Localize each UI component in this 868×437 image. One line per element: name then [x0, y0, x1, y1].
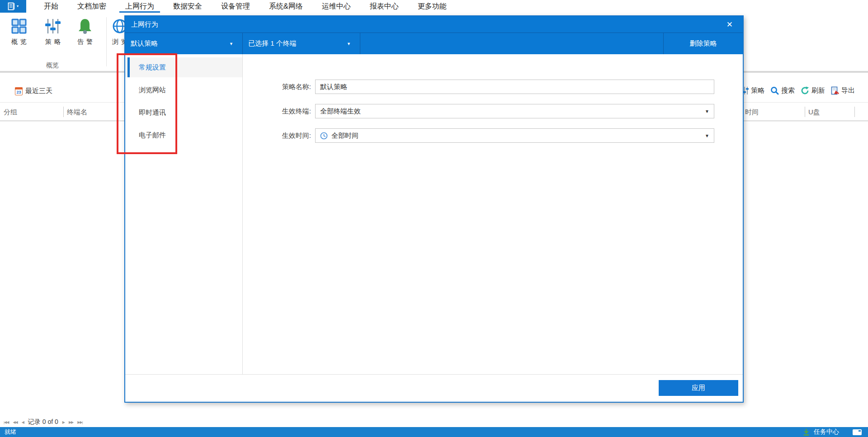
- menu: 开始 文档加密 上网行为 数据安全 设备管理 系统&网络 运维中心 报表中心 更…: [34, 0, 456, 13]
- policy-select-dropdown[interactable]: 默认策略 ▼: [125, 33, 243, 54]
- monitor-icon[interactable]: [853, 429, 862, 435]
- menu-item-device-management[interactable]: 设备管理: [212, 0, 259, 13]
- search-icon: [770, 86, 779, 95]
- download-icon: [802, 428, 810, 436]
- calendar-icon: 23: [15, 87, 23, 95]
- chevron-down-icon: ▼: [229, 42, 233, 46]
- effective-time-label: 生效时间:: [243, 132, 311, 140]
- chevron-down-icon: ▼: [705, 133, 709, 138]
- policy-name-row: 策略名称:: [243, 80, 743, 94]
- column-header-usb[interactable]: U盘: [808, 103, 820, 121]
- apply-button[interactable]: 应用: [659, 380, 738, 396]
- pager-first-button[interactable]: |◀◀: [4, 420, 9, 424]
- column-divider[interactable]: [63, 107, 64, 117]
- ribbon-item-alert[interactable]: 告警: [71, 17, 99, 46]
- grid-icon: [10, 17, 28, 35]
- menubar: ▾ 开始 文档加密 上网行为 数据安全 设备管理 系统&网络 运维中心 报表中心…: [0, 0, 868, 13]
- effective-time-row: 生效时间: 全部时间 ▼: [243, 128, 743, 143]
- effective-time-select[interactable]: 全部时间 ▼: [315, 128, 714, 143]
- policy-name-label: 策略名称:: [243, 83, 311, 91]
- dialog-title: 上网行为: [131, 20, 158, 29]
- search-button[interactable]: 搜索: [770, 86, 795, 95]
- policy-name-input[interactable]: [315, 80, 714, 94]
- menu-item-more-functions[interactable]: 更多功能: [408, 0, 456, 13]
- dialog-footer: 应用: [125, 374, 743, 402]
- screen: ▾ 开始 文档加密 上网行为 数据安全 设备管理 系统&网络 运维中心 报表中心…: [0, 0, 868, 437]
- dialog-sidebar: 常规设置 浏览网站 即时通讯 电子邮件: [125, 54, 243, 374]
- refresh-icon: [801, 86, 809, 95]
- chevron-down-icon: ▼: [347, 42, 351, 46]
- pager-next-button[interactable]: ▶: [62, 420, 65, 424]
- pager-record-count: 记录 0 of 0: [28, 418, 58, 426]
- status-right: 任务中心: [802, 428, 862, 436]
- menu-item-data-security[interactable]: 数据安全: [164, 0, 212, 13]
- ribbon-item-label: 策略: [42, 38, 63, 46]
- effective-terminal-value: 全部终端生效: [320, 107, 361, 116]
- effective-time-value: 全部时间: [331, 132, 359, 140]
- pager-fast-next-button[interactable]: ▶▶: [69, 420, 73, 424]
- sidebar-item-browse-websites[interactable]: 浏览网站: [125, 80, 242, 100]
- sidebar-item-instant-messaging[interactable]: 即时通讯: [125, 103, 242, 122]
- dialog-toolbar: 默认策略 ▼ 已选择 1 个终端 ▼ 删除策略: [125, 33, 743, 54]
- dialog-body: 常规设置 浏览网站 即时通讯 电子邮件 策略名称: 生效终端: 全部终端生效 ▼: [125, 54, 743, 374]
- effective-terminal-label: 生效终端:: [243, 107, 311, 116]
- menu-item-report-center[interactable]: 报表中心: [360, 0, 408, 13]
- ribbon-item-overview[interactable]: 概览: [5, 17, 33, 46]
- task-center-button[interactable]: 任务中心: [814, 428, 839, 436]
- status-text: 就绪: [5, 428, 16, 436]
- effective-terminal-select[interactable]: 全部终端生效 ▼: [315, 104, 714, 118]
- export-icon: [831, 86, 839, 95]
- ribbon-item-policy[interactable]: 策略: [38, 17, 67, 46]
- chevron-down-icon: ▼: [705, 109, 709, 114]
- clock-icon: [320, 132, 328, 140]
- column-header-time[interactable]: 时间: [745, 103, 759, 121]
- menu-item-start[interactable]: 开始: [34, 0, 68, 13]
- terminal-select-value: 已选择 1 个终端: [248, 39, 297, 48]
- column-divider[interactable]: [805, 107, 805, 117]
- delete-policy-button[interactable]: 删除策略: [663, 33, 743, 54]
- general-settings-form: 策略名称: 生效终端: 全部终端生效 ▼ 生效时间:: [243, 54, 743, 374]
- menu-item-internet-behavior[interactable]: 上网行为: [116, 0, 164, 13]
- column-header-terminal-name[interactable]: 终端名: [67, 103, 87, 121]
- terminal-select-dropdown[interactable]: 已选择 1 个终端 ▼: [243, 33, 360, 54]
- effective-terminal-row: 生效终端: 全部终端生效 ▼: [243, 104, 743, 118]
- pager-fast-prev-button[interactable]: ◀◀: [13, 420, 17, 424]
- menu-item-ops-center[interactable]: 运维中心: [312, 0, 360, 13]
- close-icon[interactable]: ✕: [726, 21, 733, 28]
- chevron-down-icon: ▾: [17, 5, 19, 8]
- pager-prev-button[interactable]: ◀: [22, 420, 24, 424]
- sidebar-item-email[interactable]: 电子邮件: [125, 125, 242, 145]
- date-filter-label: 最近三天: [25, 87, 52, 95]
- ribbon-item-label: 概览: [9, 38, 29, 46]
- policy-select-value: 默认策略: [131, 39, 158, 48]
- pager-last-button[interactable]: ▶▶|: [77, 420, 82, 424]
- policy-button[interactable]: 策略: [740, 86, 764, 95]
- sidebar-item-general-settings[interactable]: 常规设置: [125, 57, 242, 77]
- date-range-filter[interactable]: 23 最近三天: [15, 87, 52, 95]
- ribbon-item-label: 告警: [75, 38, 95, 46]
- status-bar: 就绪 任务中心: [0, 427, 868, 437]
- column-header-group[interactable]: 分组: [4, 103, 17, 121]
- bell-icon: [76, 17, 94, 35]
- export-button[interactable]: 导出: [831, 86, 855, 95]
- toolbar-actions: 策略 搜索 刷新 导出: [740, 86, 855, 95]
- ribbon-group-label: 概览: [0, 61, 105, 70]
- pager: |◀◀ ◀◀ ◀ 记录 0 of 0 ▶ ▶▶ ▶▶|: [4, 418, 83, 427]
- app-menu-icon: [8, 2, 15, 10]
- column-divider[interactable]: [854, 107, 855, 117]
- refresh-button[interactable]: 刷新: [801, 86, 825, 95]
- dialog-titlebar: 上网行为 ✕: [125, 16, 743, 33]
- menu-item-doc-encryption[interactable]: 文档加密: [68, 0, 116, 13]
- internet-behavior-dialog: 上网行为 ✕ 默认策略 ▼ 已选择 1 个终端 ▼ 删除策略 常规设置 浏览网站…: [124, 15, 744, 403]
- app-menu-button[interactable]: ▾: [0, 0, 26, 13]
- menu-item-system-network[interactable]: 系统&网络: [259, 0, 312, 13]
- toolbar-spacer: [360, 33, 663, 54]
- ribbon-group-divider: [106, 17, 107, 66]
- sliders-icon: [44, 17, 61, 35]
